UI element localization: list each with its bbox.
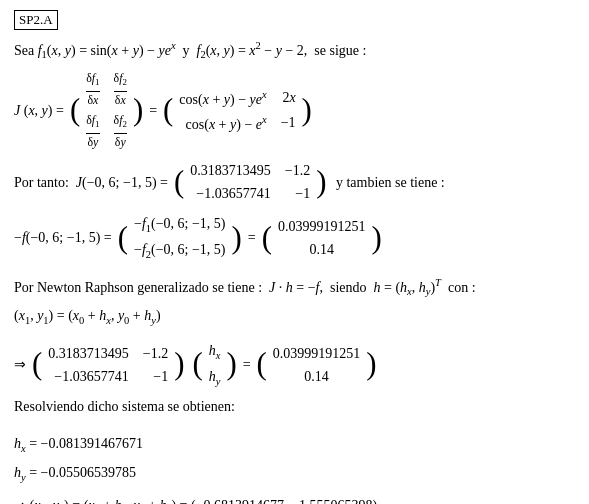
- jacobian-value-matrix: ( cos(x + y) − yex 2x cos(x + y) − ex −1…: [163, 85, 312, 136]
- hx-value: hx = −0.081391467671: [14, 433, 575, 457]
- final-equation: ⇒ (x1, y1) = (x0 + hx, y0 + hy) = (−0.68…: [14, 495, 575, 504]
- equals-sign2: =: [248, 227, 256, 248]
- neg-f-label: −f(−0, 6; −1, 5) =: [14, 227, 112, 248]
- resolviendo-line: Resolviendo dicho sistema se obtienen:: [14, 396, 575, 417]
- j-value-matrix: ( 0.3183713495 −1.2 −1.03657741 −1 ): [174, 158, 326, 206]
- hy-value: hy = −0.05506539785: [14, 462, 575, 486]
- line-sea: Sea f1(x, y) = sin(x + y) − yex y f2(x, …: [14, 38, 575, 63]
- newton-text: Por Newton Raphson generalizado se tiene…: [14, 275, 575, 300]
- jacobian-row: J (x, y) = ( δf1 δx δf2 δx δf1 δy δf2 δy…: [14, 68, 575, 153]
- x1y1-line: (x1, y1) = (x0 + hx, y0 + hy): [14, 305, 575, 329]
- arrow-eq-row: ⇒ ( 0.3183713495 −1.2 −1.03657741 −1 ) (…: [14, 338, 575, 391]
- arrow-symbol: ⇒: [14, 354, 26, 375]
- neg-f-components-matrix: ( −f1(−0, 6; −1, 5) −f2(−0, 6; −1, 5) ): [118, 211, 242, 264]
- equals-sign3: =: [243, 354, 251, 375]
- j-matrix-eq: ( 0.3183713495 −1.2 −1.03657741 −1 ): [32, 341, 184, 389]
- por-tanto-row: Por tanto: J(−0, 6; −1, 5) = ( 0.3183713…: [14, 158, 575, 206]
- neg-f-row: −f(−0, 6; −1, 5) = ( −f1(−0, 6; −1, 5) −…: [14, 211, 575, 264]
- sp-label: SP2.A: [14, 10, 58, 30]
- neg-f-values-matrix: ( 0.03999191251 0.14 ): [262, 214, 382, 262]
- rhs-matrix-eq: ( 0.03999191251 0.14 ): [257, 341, 377, 389]
- y-tambien-label: y tambien se tiene :: [332, 172, 444, 193]
- por-tanto-label: Por tanto: J(−0, 6; −1, 5) =: [14, 172, 168, 193]
- h-matrix-eq: ( hx hy ): [192, 338, 236, 391]
- jacobian-partial-matrix: ( δf1 δx δf2 δx δf1 δy δf2 δy ): [70, 68, 143, 153]
- equals-sign: =: [149, 100, 157, 121]
- jacobian-label: J (x, y) =: [14, 100, 64, 121]
